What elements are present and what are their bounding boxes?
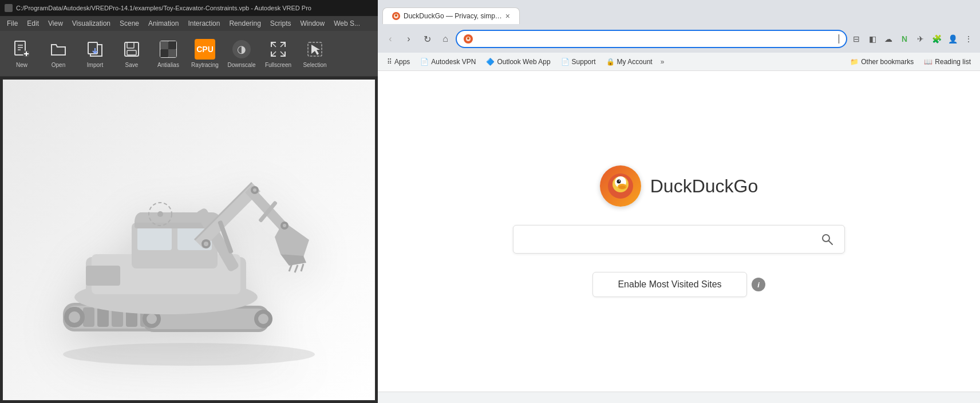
selection-button[interactable]: Selection [298,34,332,74]
svg-point-77 [823,235,829,242]
raytracing-icon: CPU [195,39,215,60]
import-button[interactable]: Import [78,34,112,74]
menu-interaction[interactable]: Interaction [183,18,224,29]
profile-icon[interactable]: 👤 [946,32,959,46]
svg-marker-22 [311,45,320,55]
bookmarks-more-button[interactable]: » [658,57,667,67]
svg-line-19 [280,52,285,56]
bookmark-reading-list[interactable]: 📖 Reading list [919,57,975,67]
svg-rect-10 [127,42,134,48]
forward-button[interactable]: › [401,31,417,47]
back-button[interactable]: ‹ [382,31,398,47]
menu-scene[interactable]: Scene [115,18,144,29]
svg-rect-16 [168,41,176,49]
more-options-icon[interactable]: ⋮ [962,32,975,46]
antialias-icon [158,39,179,60]
bookmark-other-label: Other bookmarks [861,58,914,66]
bookmarks-bar: ⠿ Apps 📄 Autodesk VPN 🔷 Outlook Web App … [378,53,980,71]
menu-visualization[interactable]: Visualization [68,18,115,29]
menu-view[interactable]: View [44,18,68,29]
menu-rendering[interactable]: Rendering [224,18,265,29]
svg-point-62 [253,188,256,192]
raytracing-label: Raytracing [191,62,219,69]
tab-bar: DuckDuckGo — Privacy, simplified. × [382,5,975,24]
vred-application: C:/ProgramData/Autodesk/VREDPro-14.1/exa… [0,0,378,403]
bookmark-other[interactable]: 📁 Other bookmarks [845,57,918,67]
bookmark-autodesk-vpn-label: Autodesk VPN [431,58,476,66]
menu-edit[interactable]: Edit [22,18,44,29]
vred-menubar: File Edit View Visualization Scene Anima… [0,16,378,31]
svg-line-53 [295,265,298,272]
bookmark-support[interactable]: 📄 Support [556,57,600,67]
n-extension-icon[interactable]: N [898,32,911,46]
extension-icon-1[interactable]: ◧ [866,32,879,46]
bookmark-reading-list-label: Reading list [935,58,971,66]
text-cursor [839,34,839,44]
address-favicon [464,34,473,44]
bookmark-my-account[interactable]: 🔒 My Account [602,57,657,67]
svg-point-74 [619,180,620,181]
ddg-logo-area: DuckDuckGo [600,165,758,207]
new-button[interactable]: New [5,34,39,74]
menu-web[interactable]: Web S... [329,18,365,29]
tab-favicon [392,12,400,20]
raytracing-button[interactable]: CPU Raytracing [188,34,222,74]
newtab-page: DuckDuckGo Enable Most Visited Sites i [378,71,980,392]
vred-title-text: C:/ProgramData/Autodesk/VREDPro-14.1/exa… [16,5,311,11]
bookmark-autodesk-vpn[interactable]: 📄 Autodesk VPN [416,57,480,67]
bookmark-apps-label: Apps [394,58,410,66]
open-button[interactable]: Open [41,34,76,74]
fullscreen-button[interactable]: Fullscreen [261,34,295,74]
nav-bar: ‹ › ↻ ⌂ ⊟ ◧ ☁ N ✈ 🧩 👤 [382,27,975,53]
downscale-icon: ◑ [231,39,252,60]
svg-rect-65 [86,266,120,286]
menu-file[interactable]: File [2,18,22,29]
bookmark-apps[interactable]: ⠿ Apps [382,57,414,67]
cast-extension-icon[interactable]: ⊟ [849,32,863,46]
reading-list-icon: 📖 [924,58,932,66]
svg-point-60 [204,242,208,246]
svg-point-35 [69,311,80,323]
vred-viewport[interactable] [2,79,376,401]
browser-tab-active[interactable]: DuckDuckGo — Privacy, simplified. × [382,7,520,24]
browser-status-bar [378,392,980,403]
info-icon[interactable]: i [752,278,765,291]
menu-window[interactable]: Window [296,18,330,29]
import-icon [85,39,105,60]
home-button[interactable]: ⌂ [437,31,453,47]
search-icon[interactable] [819,231,835,247]
browser-chrome: DuckDuckGo — Privacy, simplified. × ‹ › … [378,0,980,53]
svg-rect-28 [97,307,109,327]
selection-label: Selection [303,62,326,69]
antialias-label: Antialias [157,62,179,69]
downscale-button[interactable]: ◑ Downscale [224,34,259,74]
ddg-logo-icon [600,165,641,207]
address-bar[interactable] [456,30,847,48]
svg-line-54 [301,264,303,271]
save-button[interactable]: Save [114,34,149,74]
menu-animation[interactable]: Animation [144,18,183,29]
menu-scripts[interactable]: Scripts [266,18,296,29]
bookmark-my-account-label: My Account [617,58,653,66]
address-input[interactable] [476,34,835,44]
vred-toolbar: New Open Import [0,31,378,77]
bookmark-outlook[interactable]: 🔷 Outlook Web App [481,57,555,67]
ddg-search-box[interactable] [513,225,845,254]
open-label: Open [52,62,65,69]
excavator-scene [3,80,375,400]
puzzle-extension-icon[interactable]: 🧩 [930,32,943,46]
reload-button[interactable]: ↻ [419,31,435,47]
bookmark-support-label: Support [572,58,596,66]
tab-close-button[interactable]: × [505,11,510,21]
vred-app-icon [5,4,13,12]
svg-point-23 [63,343,315,366]
cloud-extension-icon[interactable]: ☁ [882,32,895,46]
antialias-button[interactable]: Antialias [151,34,185,74]
svg-rect-13 [160,41,168,49]
outlook-icon: 🔷 [486,58,495,66]
fullscreen-label: Fullscreen [265,62,291,69]
ddg-search-input[interactable] [523,234,819,244]
travel-extension-icon[interactable]: ✈ [914,32,927,46]
my-account-icon: 🔒 [606,58,615,66]
enable-most-visited-button[interactable]: Enable Most Visited Sites [592,272,747,297]
